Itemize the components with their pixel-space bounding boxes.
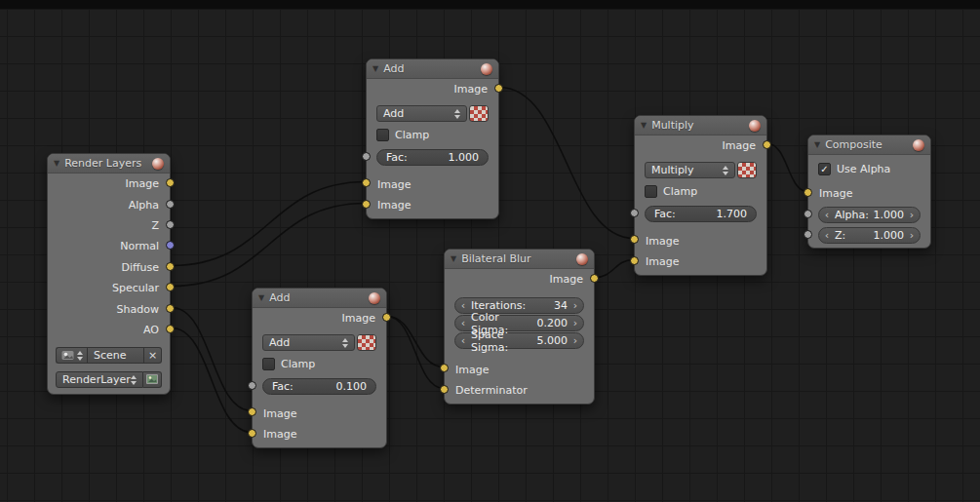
clamp-checkbox[interactable]: Clamp [376,128,489,141]
socket-input-image[interactable] [440,364,449,372]
socket-output-image[interactable] [590,274,599,283]
socket-output-specular[interactable] [166,283,175,291]
socket-input-image2[interactable] [630,256,639,265]
collapse-icon[interactable]: ▼ [258,294,264,302]
node-header[interactable]: ▼ Add [253,289,386,308]
socket-input-z[interactable] [804,230,812,239]
node-render-layers[interactable]: ▼ Render Layers Image Alpha Z Normal Dif… [47,153,171,395]
link-wire [172,328,252,433]
preview-sphere-icon[interactable] [481,63,492,75]
socket-output-image[interactable] [166,178,175,187]
input-row: Image [367,174,498,194]
scene-icon [61,349,74,362]
link-wire [172,182,366,266]
scene-browse-button[interactable] [56,347,87,364]
render-layer-select[interactable]: RenderLayer [56,371,143,388]
chevron-left-icon[interactable]: ‹ [823,229,831,242]
blend-mode-select[interactable]: Add [262,334,355,351]
collapse-icon[interactable]: ▼ [451,255,456,263]
socket-input-fac[interactable] [362,152,371,161]
socket-output-alpha[interactable] [166,200,175,209]
alpha-field[interactable]: ‹ Alpha: 1.000 › [818,207,921,223]
socket-input-alpha[interactable] [804,210,812,218]
socket-input-image[interactable] [804,188,812,197]
collapse-icon[interactable]: ▼ [372,65,378,73]
checkbox-box[interactable] [645,185,657,198]
clamp-checkbox[interactable]: Clamp [262,357,376,370]
node-header[interactable]: ▼ Multiply [635,116,766,135]
fac-slider[interactable]: Fac: 0.100 [262,378,376,395]
socket-input-image2[interactable] [248,429,256,438]
input-row: Image [253,403,386,423]
blend-mode-select[interactable]: Add [376,105,467,122]
socket-input-determinator[interactable] [440,385,449,394]
socket-output-ao[interactable] [166,325,175,333]
node-editor-canvas[interactable]: ▼ Render Layers Image Alpha Z Normal Dif… [0,0,980,502]
scene-name-field[interactable]: Scene [87,347,144,364]
node-composite[interactable]: ▼ Composite ✓ Use Alpha Image ‹ Alpha: 1… [807,135,931,249]
node-title: Composite [825,138,908,151]
node-bilateral-blur[interactable]: ▼ Bilateral Blur Image ‹ Iterations: 34 … [444,249,595,405]
scene-selector[interactable]: Scene × [56,347,162,364]
chevron-right-icon[interactable]: › [571,317,579,329]
chevron-right-icon[interactable]: › [908,209,916,221]
node-title: Add [383,62,476,75]
use-alpha-checker-button[interactable] [737,162,757,178]
socket-output-shadow[interactable] [166,304,175,313]
z-field[interactable]: ‹ Z: 1.000 › [818,227,921,244]
scene-unlink-button[interactable]: × [144,347,162,364]
socket-output-image[interactable] [763,140,771,149]
chevron-right-icon[interactable]: › [908,229,916,242]
render-layer-selector[interactable]: RenderLayer [56,371,162,388]
use-alpha-checkbox[interactable]: ✓ Use Alpha [818,162,921,175]
collapse-icon[interactable]: ▼ [54,160,59,168]
socket-output-diffuse[interactable] [166,262,175,271]
preview-sphere-icon[interactable] [913,139,924,151]
render-layer-image-button[interactable] [143,371,162,388]
dropdown-arrows-icon [454,109,460,119]
node-header[interactable]: ▼ Render Layers [48,154,170,174]
use-alpha-checker-button[interactable] [357,334,376,351]
fac-slider[interactable]: Fac: 1.700 [645,206,757,222]
node-header[interactable]: ▼ Composite [808,135,930,155]
socket-input-image1[interactable] [362,178,371,187]
socket-output-image[interactable] [382,313,391,322]
node-header[interactable]: ▼ Add [367,59,498,79]
socket-output-image[interactable] [494,84,503,93]
socket-input-image1[interactable] [630,235,639,244]
socket-output-z[interactable] [166,220,175,229]
checkbox-box[interactable] [376,129,389,141]
preview-sphere-icon[interactable] [152,158,164,170]
chevron-left-icon[interactable]: ‹ [459,317,467,329]
socket-input-fac[interactable] [248,381,256,390]
preview-sphere-icon[interactable] [749,120,761,132]
node-add-bottom[interactable]: ▼ Add Image Add Clamp Fac: 0.100 Image I… [252,288,387,448]
socket-output-normal[interactable] [166,241,175,250]
collapse-icon[interactable]: ▼ [814,141,820,149]
chevron-right-icon[interactable]: › [571,299,579,312]
preview-sphere-icon[interactable] [369,292,380,304]
link-wire [387,317,444,389]
space-sigma-field[interactable]: ‹ Space Sigma: 5.000 › [454,332,584,349]
chevron-right-icon[interactable]: › [571,334,579,347]
chevron-left-icon[interactable]: ‹ [459,299,467,312]
chevron-left-icon[interactable]: ‹ [459,334,467,347]
output-row: Image [367,79,498,99]
clamp-checkbox[interactable]: Clamp [645,184,757,198]
fac-slider[interactable]: Fac: 1.000 [376,149,489,166]
chevron-left-icon[interactable]: ‹ [823,209,831,221]
use-alpha-checker-button[interactable] [469,105,489,122]
collapse-icon[interactable]: ▼ [641,122,647,130]
node-multiply[interactable]: ▼ Multiply Image Multiply Clamp Fac: 1.7… [634,115,767,276]
output-row: AO [48,320,170,340]
socket-input-image1[interactable] [248,407,256,416]
blend-mode-select[interactable]: Multiply [645,162,735,178]
socket-input-fac[interactable] [630,209,639,217]
node-add-top[interactable]: ▼ Add Image Add Clamp Fac: 1.000 Image I… [366,58,499,219]
input-row: Image [635,230,766,251]
checkbox-box[interactable] [262,358,275,370]
socket-input-image2[interactable] [362,200,371,209]
preview-sphere-icon[interactable] [576,253,588,265]
checkbox-box[interactable]: ✓ [818,163,831,175]
node-header[interactable]: ▼ Bilateral Blur [445,250,594,269]
